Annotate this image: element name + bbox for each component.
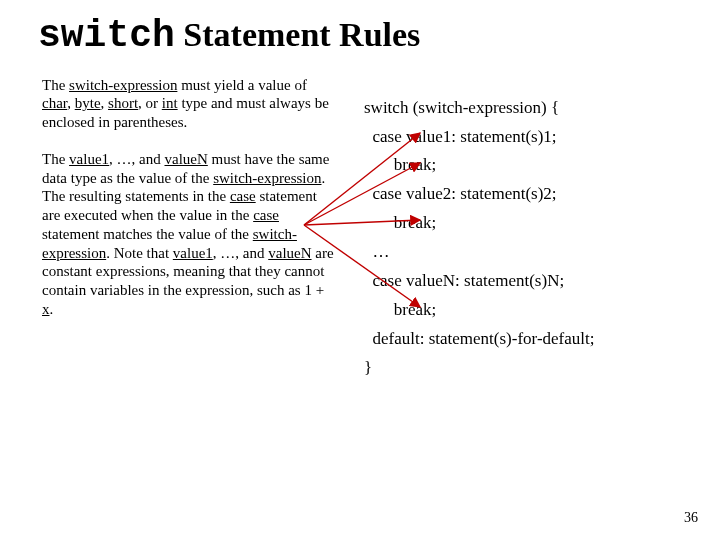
code-line: }	[364, 358, 372, 377]
text: , …, and	[213, 245, 268, 261]
underlined-term: byte	[75, 95, 101, 111]
text: .	[50, 301, 54, 317]
underlined-term: short	[108, 95, 138, 111]
code-line: …	[364, 242, 390, 261]
slide-title: switch Statement Rules	[38, 14, 684, 58]
text: ,	[67, 95, 75, 111]
slide: switch Statement Rules The switch-expres…	[0, 0, 720, 540]
left-column: The switch-expression must yield a value…	[36, 76, 336, 337]
text: must yield a value of	[177, 77, 307, 93]
underlined-term: case	[230, 188, 256, 204]
page-number: 36	[684, 510, 698, 526]
text: . Note that	[106, 245, 173, 261]
code-line: break;	[364, 155, 436, 174]
code-line: break;	[364, 213, 436, 232]
code-line: case value2: statement(s)2;	[364, 184, 557, 203]
text: , …, and	[109, 151, 164, 167]
code-line: case valueN: statement(s)N;	[364, 271, 564, 290]
underlined-term: x	[42, 301, 50, 317]
text: The	[42, 77, 69, 93]
underlined-term: switch-expression	[69, 77, 177, 93]
underlined-term: value1	[173, 245, 213, 261]
code-block: switch (switch-expression) { case value1…	[364, 76, 594, 383]
paragraph-2: The value1, …, and valueN must have the …	[42, 150, 336, 319]
underlined-term: value1	[69, 151, 109, 167]
code-line: break;	[364, 300, 436, 319]
code-line: default: statement(s)-for-default;	[364, 329, 594, 348]
underlined-term: int	[162, 95, 178, 111]
content-columns: The switch-expression must yield a value…	[36, 76, 684, 383]
underlined-term: char	[42, 95, 67, 111]
code-line: case value1: statement(s)1;	[364, 127, 557, 146]
paragraph-1: The switch-expression must yield a value…	[42, 76, 336, 132]
underlined-term: case	[253, 207, 279, 223]
text: The	[42, 151, 69, 167]
underlined-term: valueN	[164, 151, 207, 167]
text: statement matches the value of the	[42, 226, 253, 242]
title-rest: Statement Rules	[175, 16, 421, 53]
underlined-term: valueN	[268, 245, 311, 261]
title-code: switch	[38, 14, 175, 57]
underlined-term: switch-expression	[213, 170, 321, 186]
text: , or	[138, 95, 162, 111]
text: ,	[101, 95, 109, 111]
code-line: switch (switch-expression) {	[364, 98, 559, 117]
